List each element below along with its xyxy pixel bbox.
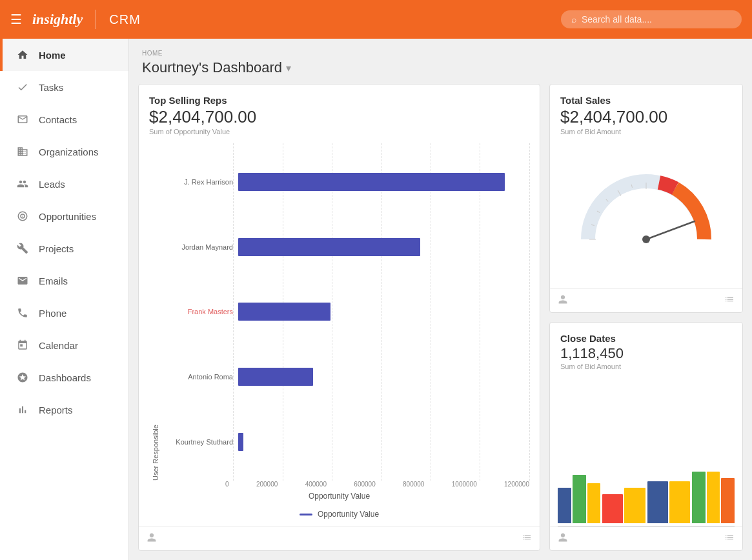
header: ☰ insightly CRM ⌕ — [0, 0, 752, 39]
sidebar-label-emails: Emails — [39, 275, 68, 286]
breadcrumb: HOME — [142, 50, 163, 57]
bar-track-1 — [238, 238, 529, 256]
calendar-icon — [15, 338, 30, 352]
bar-row-2: Frank Masters — [162, 303, 529, 321]
sidebar-label-contacts: Contacts — [39, 114, 77, 125]
search-bar[interactable]: ⌕ — [561, 10, 742, 28]
opportunities-icon — [15, 209, 30, 223]
cd-bar-1-0 — [602, 494, 623, 523]
sidebar-item-phone[interactable]: Phone — [0, 297, 128, 329]
top-selling-subtitle: Sum of Opportunity Value — [149, 128, 529, 135]
cd-bar-1-1 — [624, 488, 645, 523]
cd-bar-2-0 — [647, 481, 668, 523]
bar-row-1: Jordan Maynard — [162, 238, 529, 256]
search-input[interactable] — [582, 14, 731, 25]
sidebar-item-contacts[interactable]: Contacts — [0, 103, 128, 135]
cd-bar-0-0 — [558, 488, 571, 523]
gauge-chart — [575, 168, 717, 252]
total-sales-value: $2,404,700.00 — [560, 107, 732, 127]
bar-fill-2 — [238, 303, 330, 321]
sidebar-item-opportunities[interactable]: Opportunities — [0, 200, 128, 232]
x-label-6: 1200000 — [504, 481, 529, 488]
leads-icon — [15, 177, 30, 191]
top-selling-header: Top Selling Reps $2,404,700.00 Sum of Op… — [139, 85, 540, 138]
bar-row-0: J. Rex Harrison — [162, 173, 529, 191]
top-selling-panel: Top Selling Reps $2,404,700.00 Sum of Op… — [138, 84, 540, 551]
grid-line-6 — [529, 143, 530, 481]
sidebar-item-dashboards[interactable]: Dashboards — [0, 361, 128, 394]
total-sales-panel: Total Sales $2,404,700.00 Sum of Bid Amo… — [549, 84, 743, 313]
sidebar-label-tasks: Tasks — [39, 82, 63, 93]
cd-bar-2-1 — [669, 481, 690, 523]
sidebar-item-home[interactable]: Home — [0, 39, 128, 71]
content-area: HOME Kourtney's Dashboard ▾ Top Selling … — [129, 39, 752, 560]
cd-bar-0-2 — [587, 483, 601, 523]
bar-track-2 — [238, 303, 529, 321]
svg-line-16 — [646, 221, 695, 239]
phone-icon — [15, 306, 30, 320]
x-label-0: 0 — [225, 481, 229, 488]
cd-bar-3-0 — [692, 472, 706, 523]
main-layout: Home Tasks Contacts Organizations Leads — [0, 39, 752, 560]
bar-fill-3 — [238, 368, 313, 386]
x-label-5: 1000000 — [452, 481, 477, 488]
sidebar-item-emails[interactable]: Emails — [0, 265, 128, 297]
gauge-container — [550, 138, 742, 288]
sidebar-label-calendar: Calendar — [39, 340, 78, 351]
bar-label-0: J. Rex Harrison — [162, 178, 233, 186]
right-panels: Total Sales $2,404,700.00 Sum of Bid Amo… — [549, 84, 743, 551]
close-dates-footer — [550, 526, 742, 550]
emails-icon — [15, 274, 30, 288]
sidebar-item-projects[interactable]: Projects — [0, 232, 128, 265]
organizations-icon — [15, 145, 30, 159]
dashboard-panels: Top Selling Reps $2,404,700.00 Sum of Op… — [129, 84, 752, 560]
sidebar-label-organizations: Organizations — [39, 146, 99, 157]
dashboard-dropdown-arrow[interactable]: ▾ — [286, 62, 291, 74]
chart-legend: Opportunity Value — [149, 505, 529, 521]
x-label-4: 800000 — [403, 481, 424, 488]
sidebar-label-phone: Phone — [39, 308, 66, 319]
cd-bar-3-2 — [721, 478, 735, 523]
y-axis-label: User Responsible — [149, 143, 162, 481]
bar-fill-0 — [238, 173, 505, 191]
x-axis-labels: 0 200000 400000 600000 800000 1000000 12… — [225, 481, 529, 488]
sidebar-item-tasks[interactable]: Tasks — [0, 71, 128, 103]
header-divider — [96, 10, 96, 29]
bar-chart-inner: User Responsible — [149, 143, 529, 481]
sidebar-item-leads[interactable]: Leads — [0, 168, 128, 200]
dashboards-icon — [15, 370, 30, 385]
sidebar-item-organizations[interactable]: Organizations — [0, 135, 128, 168]
bar-label-4: Kourtney Stuthard — [162, 438, 233, 446]
home-icon — [15, 48, 30, 62]
sidebar-label-reports: Reports — [39, 405, 73, 415]
bar-track-3 — [238, 368, 529, 386]
svg-point-2 — [22, 215, 23, 217]
close-dates-value: 1,118,450 — [560, 345, 732, 362]
sidebar-label-projects: Projects — [39, 243, 74, 254]
ts-footer-user-icon — [558, 294, 568, 307]
x-axis-title: Opportunity Value — [149, 490, 529, 505]
cd-bar-group-2 — [647, 481, 690, 523]
bar-track-0 — [238, 173, 529, 191]
ts-footer-list-icon — [724, 294, 735, 307]
bar-label-2: Frank Masters — [162, 308, 233, 315]
total-sales-footer — [550, 288, 742, 312]
bar-fill-4 — [238, 433, 243, 451]
close-dates-chart — [550, 373, 742, 526]
bar-label-3: Antonio Roma — [162, 373, 233, 381]
bar-label-1: Jordan Maynard — [162, 243, 233, 251]
cd-bar-3-1 — [707, 472, 720, 523]
cd-bar-group-3 — [692, 472, 735, 523]
close-dates-panel: Close Dates 1,118,450 Sum of Bid Amount — [549, 322, 743, 551]
sidebar-item-reports[interactable]: Reports — [0, 394, 128, 426]
top-selling-footer — [139, 526, 540, 550]
cd-bar-0-1 — [573, 475, 586, 523]
sidebar-label-dashboards: Dashboards — [39, 372, 91, 383]
search-icon: ⌕ — [571, 14, 576, 25]
footer-list-icon — [522, 532, 532, 545]
sidebar-item-calendar[interactable]: Calendar — [0, 329, 128, 361]
footer-user-icon — [147, 532, 157, 545]
bar-row-4: Kourtney Stuthard — [162, 433, 529, 451]
bar-row-3: Antonio Roma — [162, 368, 529, 386]
menu-icon[interactable]: ☰ — [10, 12, 22, 27]
